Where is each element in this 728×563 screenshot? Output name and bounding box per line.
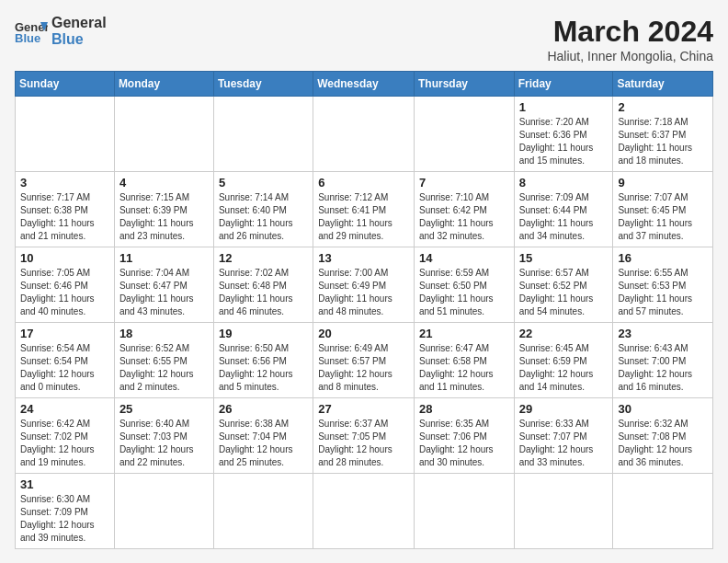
empty-cell	[313, 474, 415, 549]
day-13: 13 Sunrise: 7:00 AMSunset: 6:49 PMDaylig…	[313, 247, 415, 323]
day-8: 8 Sunrise: 7:09 AMSunset: 6:44 PMDayligh…	[514, 172, 613, 247]
day-27: 27 Sunrise: 6:37 AMSunset: 7:05 PMDaylig…	[313, 398, 415, 474]
day-14: 14 Sunrise: 6:59 AMSunset: 6:50 PMDaylig…	[414, 247, 514, 323]
week-row-3: 10 Sunrise: 7:05 AMSunset: 6:46 PMDaylig…	[16, 247, 713, 323]
day-6: 6 Sunrise: 7:12 AMSunset: 6:41 PMDayligh…	[313, 172, 415, 247]
day-2: 2 Sunrise: 7:18 AMSunset: 6:37 PMDayligh…	[613, 97, 713, 172]
day-1: 1 Sunrise: 7:20 AMSunset: 6:36 PMDayligh…	[514, 97, 613, 172]
calendar: Sunday Monday Tuesday Wednesday Thursday…	[15, 71, 713, 549]
day-20: 20 Sunrise: 6:49 AMSunset: 6:57 PMDaylig…	[313, 323, 415, 398]
day-17: 17 Sunrise: 6:54 AMSunset: 6:54 PMDaylig…	[16, 323, 115, 398]
logo-general: General	[51, 15, 107, 30]
day-18: 18 Sunrise: 6:52 AMSunset: 6:55 PMDaylig…	[114, 323, 213, 398]
empty-cell	[313, 97, 415, 172]
header-wednesday: Wednesday	[313, 72, 415, 97]
day-19: 19 Sunrise: 6:50 AMSunset: 6:56 PMDaylig…	[213, 323, 313, 398]
header-saturday: Saturday	[613, 72, 713, 97]
day-7: 7 Sunrise: 7:10 AMSunset: 6:42 PMDayligh…	[414, 172, 514, 247]
day-31: 31 Sunrise: 6:30 AMSunset: 7:09 PMDaylig…	[16, 474, 115, 549]
empty-cell	[613, 474, 713, 549]
header-monday: Monday	[114, 72, 213, 97]
day-16: 16 Sunrise: 6:55 AMSunset: 6:53 PMDaylig…	[613, 247, 713, 323]
svg-text:Blue: Blue	[15, 31, 40, 44]
empty-cell	[514, 474, 613, 549]
empty-cell	[16, 97, 115, 172]
day-21: 21 Sunrise: 6:47 AMSunset: 6:58 PMDaylig…	[414, 323, 514, 398]
month-title: March 2024	[547, 15, 713, 49]
day-30: 30 Sunrise: 6:32 AMSunset: 7:08 PMDaylig…	[613, 398, 713, 474]
location: Haliut, Inner Mongolia, China	[547, 49, 713, 63]
week-row-2: 3 Sunrise: 7:17 AMSunset: 6:38 PMDayligh…	[16, 172, 713, 247]
day-9: 9 Sunrise: 7:07 AMSunset: 6:45 PMDayligh…	[613, 172, 713, 247]
empty-cell	[414, 474, 514, 549]
day-26: 26 Sunrise: 6:38 AMSunset: 7:04 PMDaylig…	[213, 398, 313, 474]
logo: General Blue General Blue	[15, 15, 107, 47]
empty-cell	[114, 97, 213, 172]
logo-blue: Blue	[51, 31, 84, 47]
week-row-4: 17 Sunrise: 6:54 AMSunset: 6:54 PMDaylig…	[16, 323, 713, 398]
header-thursday: Thursday	[414, 72, 514, 97]
day-12: 12 Sunrise: 7:02 AMSunset: 6:48 PMDaylig…	[213, 247, 313, 323]
week-row-1: 1 Sunrise: 7:20 AMSunset: 6:36 PMDayligh…	[16, 97, 713, 172]
day-28: 28 Sunrise: 6:35 AMSunset: 7:06 PMDaylig…	[414, 398, 514, 474]
empty-cell	[414, 97, 514, 172]
empty-cell	[213, 474, 313, 549]
empty-cell	[114, 474, 213, 549]
header-friday: Friday	[514, 72, 613, 97]
week-row-6: 31 Sunrise: 6:30 AMSunset: 7:09 PMDaylig…	[16, 474, 713, 549]
day-25: 25 Sunrise: 6:40 AMSunset: 7:03 PMDaylig…	[114, 398, 213, 474]
weekday-header-row: Sunday Monday Tuesday Wednesday Thursday…	[16, 72, 713, 97]
day-10: 10 Sunrise: 7:05 AMSunset: 6:46 PMDaylig…	[16, 247, 115, 323]
day-15: 15 Sunrise: 6:57 AMSunset: 6:52 PMDaylig…	[514, 247, 613, 323]
header-tuesday: Tuesday	[213, 72, 313, 97]
day-22: 22 Sunrise: 6:45 AMSunset: 6:59 PMDaylig…	[514, 323, 613, 398]
day-11: 11 Sunrise: 7:04 AMSunset: 6:47 PMDaylig…	[114, 247, 213, 323]
day-4: 4 Sunrise: 7:15 AMSunset: 6:39 PMDayligh…	[114, 172, 213, 247]
week-row-5: 24 Sunrise: 6:42 AMSunset: 7:02 PMDaylig…	[16, 398, 713, 474]
day-29: 29 Sunrise: 6:33 AMSunset: 7:07 PMDaylig…	[514, 398, 613, 474]
title-area: March 2024 Haliut, Inner Mongolia, China	[547, 15, 713, 63]
logo-icon: General Blue	[15, 18, 48, 44]
day-3: 3 Sunrise: 7:17 AMSunset: 6:38 PMDayligh…	[16, 172, 115, 247]
day-23: 23 Sunrise: 6:43 AMSunset: 7:00 PMDaylig…	[613, 323, 713, 398]
day-5: 5 Sunrise: 7:14 AMSunset: 6:40 PMDayligh…	[213, 172, 313, 247]
header-sunday: Sunday	[16, 72, 115, 97]
day-24: 24 Sunrise: 6:42 AMSunset: 7:02 PMDaylig…	[16, 398, 115, 474]
header: General Blue General Blue March 2024 Hal…	[15, 15, 713, 63]
empty-cell	[213, 97, 313, 172]
